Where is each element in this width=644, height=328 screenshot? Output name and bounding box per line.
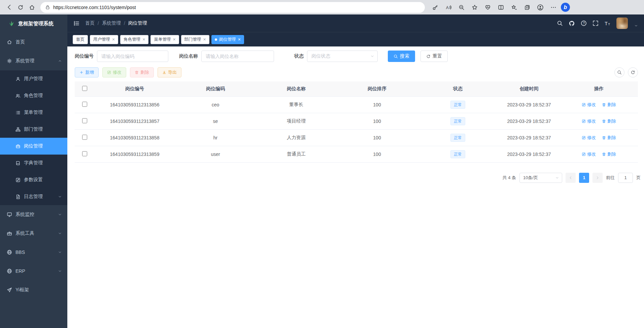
- row-checkbox[interactable]: [82, 118, 87, 123]
- breadcrumb-system[interactable]: 系统管理: [102, 20, 121, 26]
- row-edit-link[interactable]: 修改: [582, 102, 596, 108]
- menu-list-icon: [15, 110, 21, 115]
- sidebar-item-monitor[interactable]: 系统监控: [0, 205, 67, 224]
- tab-post-management[interactable]: 岗位管理×: [211, 35, 244, 44]
- sidebar-item-parameters[interactable]: 参数设置: [0, 171, 67, 188]
- search-icon: [394, 54, 398, 59]
- sidebar-item-erp[interactable]: ERP: [0, 262, 67, 281]
- sidebar-item-yi-framework[interactable]: Yi框架: [0, 281, 67, 299]
- row-checkbox[interactable]: [82, 151, 87, 156]
- table-row: 1641030593112313859 user 普通员工 100 正常 202…: [75, 146, 638, 162]
- tab-department-management[interactable]: 部门管理×: [181, 35, 209, 44]
- sidebar-item-system[interactable]: 系统管理: [0, 52, 67, 70]
- refresh-table-button[interactable]: [628, 67, 638, 77]
- cell-post-code: hr: [175, 129, 256, 146]
- read-aloud-icon[interactable]: [443, 2, 454, 13]
- goto-page-input[interactable]: [618, 173, 633, 183]
- browser-profile-icon[interactable]: [535, 2, 546, 13]
- tab-close-icon[interactable]: ×: [173, 37, 175, 42]
- add-button[interactable]: 新增: [75, 67, 99, 77]
- tab-close-icon[interactable]: ×: [238, 37, 241, 42]
- tab-close-icon[interactable]: ×: [142, 37, 145, 42]
- help-icon[interactable]: [581, 20, 587, 26]
- address-bar[interactable]: https://ccnetcore.com:1101/system/post: [40, 2, 425, 13]
- sidebar-item-bbs[interactable]: BBS: [0, 243, 67, 262]
- cell-post-id: 1641030593112313858: [94, 129, 175, 146]
- tab-role-management[interactable]: 角色管理×: [120, 35, 148, 44]
- prev-page-button[interactable]: [566, 173, 576, 183]
- search-button[interactable]: 搜索: [388, 51, 415, 62]
- tab-user-management[interactable]: 用户管理×: [90, 35, 118, 44]
- globe-icon: [7, 268, 12, 274]
- tab-menu-management[interactable]: 菜单管理×: [150, 35, 179, 44]
- row-checkbox[interactable]: [82, 102, 87, 107]
- book-icon: [15, 161, 21, 166]
- chevron-down-icon: [58, 212, 62, 217]
- collections-icon[interactable]: [521, 2, 533, 13]
- row-delete-link[interactable]: 删除: [602, 118, 616, 124]
- sidebar-item-home[interactable]: 首页: [0, 33, 67, 52]
- browser-home-button[interactable]: [26, 2, 38, 13]
- select-all-checkbox[interactable]: [82, 86, 87, 91]
- next-page-button[interactable]: [592, 173, 603, 183]
- cell-post-code: ceo: [175, 96, 256, 113]
- row-checkbox[interactable]: [82, 135, 87, 140]
- browser-menu-icon[interactable]: [548, 2, 559, 13]
- password-key-icon[interactable]: [430, 2, 441, 13]
- sidebar-item-roles[interactable]: 角色管理: [0, 87, 67, 104]
- tab-close-icon[interactable]: ×: [112, 37, 115, 42]
- sidebar-item-label: 首页: [15, 39, 25, 45]
- tab-close-icon[interactable]: ×: [203, 37, 206, 42]
- reset-button[interactable]: 重置: [420, 51, 448, 62]
- sidebar-item-logs[interactable]: 日志管理: [0, 188, 67, 205]
- sidebar-item-tools[interactable]: 系统工具: [0, 224, 67, 243]
- row-delete-link[interactable]: 删除: [602, 102, 616, 108]
- status-select[interactable]: 岗位状态: [307, 51, 378, 62]
- user-dropdown-caret-icon[interactable]: [634, 24, 638, 28]
- site-permissions-icon[interactable]: [45, 5, 50, 10]
- sidebar-item-menus[interactable]: 菜单管理: [0, 104, 67, 121]
- column-created: 创建时间: [498, 81, 560, 96]
- tab-home[interactable]: 首页: [73, 35, 88, 44]
- export-button[interactable]: 导出: [158, 67, 181, 77]
- github-icon[interactable]: [569, 20, 575, 27]
- post-name-input[interactable]: [201, 51, 274, 62]
- browser-refresh-button[interactable]: [15, 2, 26, 13]
- header-search-icon[interactable]: [557, 20, 563, 26]
- toggle-search-button[interactable]: [614, 67, 624, 77]
- edit-icon: [107, 70, 111, 74]
- row-edit-link[interactable]: 修改: [582, 135, 596, 141]
- row-edit-link[interactable]: 修改: [582, 118, 596, 124]
- add-favorite-icon[interactable]: [469, 2, 480, 13]
- row-delete-link[interactable]: 删除: [602, 135, 616, 141]
- sidebar-item-posts[interactable]: 岗位管理: [0, 138, 67, 155]
- sidebar-item-dictionary[interactable]: 字典管理: [0, 155, 67, 171]
- page-size-select[interactable]: 10条/页: [519, 173, 562, 183]
- sidebar-item-users[interactable]: 用户管理: [0, 70, 67, 87]
- post-code-input[interactable]: [97, 51, 168, 62]
- bing-copilot-icon[interactable]: b: [561, 3, 570, 12]
- breadcrumb-home[interactable]: 首页: [85, 20, 95, 26]
- split-screen-icon[interactable]: [495, 2, 507, 13]
- users-icon: [15, 93, 21, 98]
- zoom-out-icon[interactable]: [456, 2, 467, 13]
- sidebar-collapse-icon[interactable]: [73, 20, 80, 27]
- browser-back-button[interactable]: [3, 2, 15, 13]
- breadcrumb: 首页 / 系统管理 / 岗位管理: [85, 20, 147, 26]
- page-1-button[interactable]: 1: [579, 173, 589, 183]
- row-delete-link[interactable]: 删除: [602, 151, 616, 157]
- sidebar-item-departments[interactable]: 部门管理: [0, 121, 67, 138]
- row-edit-link[interactable]: 修改: [582, 151, 596, 157]
- fullscreen-icon[interactable]: [592, 20, 599, 26]
- delete-button[interactable]: 删除: [130, 67, 154, 77]
- chevron-down-icon: [555, 176, 559, 180]
- font-size-icon[interactable]: [604, 20, 611, 27]
- row-delete-label: 删除: [607, 102, 616, 108]
- favorites-icon[interactable]: [508, 2, 520, 13]
- cell-post-id: 1641030593112313856: [94, 96, 175, 113]
- url-text[interactable]: https://ccnetcore.com:1101/system/post: [53, 5, 136, 10]
- browser-essentials-icon[interactable]: [482, 2, 494, 13]
- edit-button[interactable]: 修改: [102, 67, 126, 77]
- edit-icon: [582, 152, 586, 156]
- user-avatar[interactable]: [616, 18, 628, 29]
